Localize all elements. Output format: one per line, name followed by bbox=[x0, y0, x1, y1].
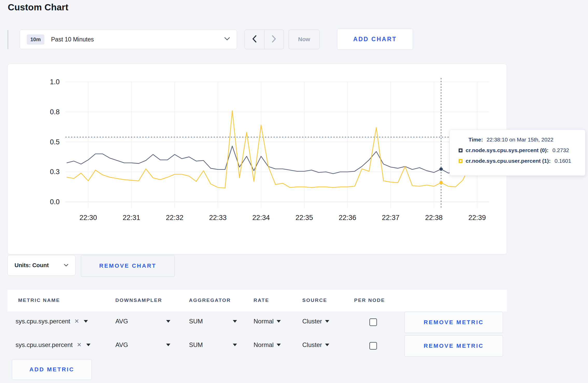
chart-card: 0.00.30.50.81.022:3022:3122:3222:3322:34… bbox=[8, 64, 507, 254]
downsampler-value: AVG bbox=[115, 341, 128, 349]
add-chart-button[interactable]: ADD CHART bbox=[337, 29, 413, 50]
downsampler-value: AVG bbox=[115, 318, 128, 325]
svg-text:0.0: 0.0 bbox=[50, 198, 60, 206]
svg-text:22:34: 22:34 bbox=[252, 214, 270, 222]
time-range-badge: 10m bbox=[27, 34, 44, 45]
source-select[interactable]: Cluster bbox=[302, 341, 329, 349]
sys-series-name: cr.node.sys.cpu.sys.percent (0): bbox=[466, 147, 549, 153]
per-node-checkbox[interactable] bbox=[369, 318, 377, 326]
chart-tooltip: Time:22:38:10 on Mar 15th, 2022 cr.node.… bbox=[450, 130, 585, 176]
rate-select[interactable]: Normal bbox=[254, 341, 281, 349]
svg-text:0.5: 0.5 bbox=[50, 138, 60, 146]
remove-chart-button[interactable]: REMOVE CHART bbox=[81, 255, 175, 277]
rate-select[interactable]: Normal bbox=[254, 318, 281, 325]
tooltip-time-label: Time: bbox=[468, 137, 483, 143]
col-header-aggregator: AGGREGATOR bbox=[189, 297, 231, 303]
chevron-down-icon bbox=[224, 37, 230, 42]
aggregator-select[interactable]: SUM bbox=[189, 318, 237, 325]
metric-name-select[interactable]: sys.cpu.sys.percent ✕ bbox=[16, 318, 88, 325]
caret-down-icon bbox=[86, 344, 90, 346]
source-value: Cluster bbox=[302, 318, 322, 325]
sys-series-value: 0.2732 bbox=[552, 147, 569, 153]
user-series-name: cr.node.sys.cpu.user.percent (1): bbox=[466, 158, 551, 164]
remove-metric-button[interactable]: REMOVE METRIC bbox=[404, 335, 503, 357]
source-select[interactable]: Cluster bbox=[302, 318, 329, 325]
user-series-swatch-icon bbox=[459, 159, 463, 163]
aggregator-select[interactable]: SUM bbox=[189, 341, 237, 349]
rate-value: Normal bbox=[254, 318, 274, 325]
svg-text:22:37: 22:37 bbox=[382, 214, 400, 222]
metric-name-value: sys.cpu.sys.percent bbox=[16, 318, 70, 325]
aggregator-value: SUM bbox=[189, 341, 203, 349]
svg-text:22:36: 22:36 bbox=[339, 214, 356, 222]
svg-text:1.0: 1.0 bbox=[50, 78, 60, 86]
chevron-down-icon bbox=[64, 263, 68, 268]
prev-time-button[interactable] bbox=[245, 30, 264, 49]
col-header-source: SOURCE bbox=[302, 297, 327, 303]
svg-text:22:30: 22:30 bbox=[80, 214, 97, 222]
caret-down-icon bbox=[233, 320, 237, 323]
svg-text:22:39: 22:39 bbox=[468, 214, 486, 222]
svg-text:0.8: 0.8 bbox=[50, 108, 60, 116]
caret-down-icon bbox=[166, 320, 170, 323]
add-metric-button[interactable]: ADD METRIC bbox=[12, 359, 92, 380]
time-pager bbox=[244, 30, 284, 49]
svg-text:22:31: 22:31 bbox=[123, 214, 140, 222]
col-header-rate: RATE bbox=[254, 297, 269, 303]
aggregator-value: SUM bbox=[189, 318, 203, 325]
page-title: Custom Chart bbox=[8, 2, 68, 12]
svg-text:22:33: 22:33 bbox=[209, 214, 227, 222]
per-node-checkbox[interactable] bbox=[369, 342, 377, 350]
units-select[interactable]: Units: Count bbox=[8, 255, 75, 276]
user-series-value: 0.1601 bbox=[555, 158, 571, 164]
clear-metric-icon[interactable]: ✕ bbox=[77, 342, 81, 348]
rate-value: Normal bbox=[254, 341, 274, 349]
col-header-downsampler: DOWNSAMPLER bbox=[115, 297, 162, 303]
toolbar-divider bbox=[8, 30, 8, 49]
svg-text:22:32: 22:32 bbox=[166, 214, 184, 222]
svg-text:0.3: 0.3 bbox=[50, 168, 60, 176]
caret-down-icon bbox=[233, 344, 237, 346]
sys-series-swatch-icon bbox=[459, 148, 463, 152]
clear-metric-icon[interactable]: ✕ bbox=[74, 318, 79, 325]
source-value: Cluster bbox=[302, 341, 322, 349]
caret-down-icon bbox=[166, 344, 170, 346]
chevron-right-icon bbox=[271, 35, 277, 44]
chevron-left-icon bbox=[252, 35, 257, 44]
time-range-label: Past 10 Minutes bbox=[51, 36, 94, 43]
tooltip-time-value: 22:38:10 on Mar 15th, 2022 bbox=[487, 137, 554, 143]
remove-metric-button[interactable]: REMOVE METRIC bbox=[404, 312, 503, 333]
caret-down-icon bbox=[84, 320, 88, 323]
units-label: Units: Count bbox=[15, 262, 49, 269]
now-button[interactable]: Now bbox=[289, 30, 320, 49]
downsampler-select[interactable]: AVG bbox=[115, 341, 170, 349]
caret-down-icon bbox=[325, 344, 329, 346]
metric-name-select[interactable]: sys.cpu.user.percent ✕ bbox=[16, 341, 90, 349]
caret-down-icon bbox=[277, 320, 281, 323]
col-header-per-node: PER NODE bbox=[354, 297, 385, 303]
time-range-select[interactable]: 10m Past 10 Minutes bbox=[20, 30, 237, 49]
col-header-metric-name: METRIC NAME bbox=[18, 297, 60, 303]
caret-down-icon bbox=[325, 320, 329, 323]
downsampler-select[interactable]: AVG bbox=[115, 318, 170, 325]
cpu-chart-canvas[interactable]: 0.00.30.50.81.022:3022:3122:3222:3322:34… bbox=[8, 64, 507, 255]
next-time-button[interactable] bbox=[264, 30, 284, 49]
svg-text:22:35: 22:35 bbox=[296, 214, 313, 222]
metric-name-value: sys.cpu.user.percent bbox=[16, 341, 73, 349]
caret-down-icon bbox=[277, 344, 281, 346]
svg-text:22:38: 22:38 bbox=[425, 214, 443, 222]
